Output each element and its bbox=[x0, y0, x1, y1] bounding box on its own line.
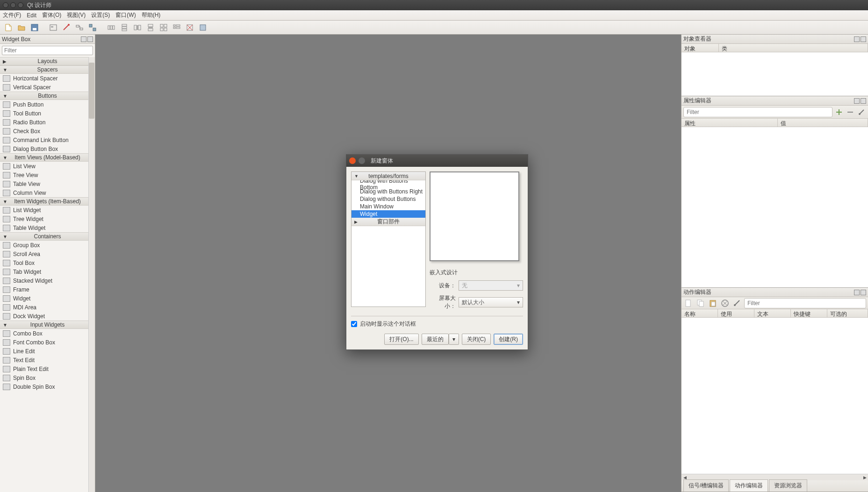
device-combo[interactable]: 无▾ bbox=[459, 280, 523, 291]
widget-item[interactable]: Widget bbox=[0, 294, 95, 303]
adjust-size-button[interactable] bbox=[197, 22, 208, 33]
paste-action-button[interactable] bbox=[708, 298, 718, 308]
widget-item[interactable]: Horizontal Spacer bbox=[0, 74, 95, 83]
menu-edit[interactable]: Edit bbox=[27, 12, 36, 19]
dialog-minimize-icon[interactable] bbox=[359, 157, 365, 164]
col-object[interactable]: 对象 bbox=[681, 44, 719, 52]
layout-hsplitter-button[interactable] bbox=[132, 22, 143, 33]
widget-item[interactable]: Tree View bbox=[0, 171, 95, 179]
tab-action-editor[interactable]: 动作编辑器 bbox=[730, 479, 768, 492]
delete-action-button[interactable] bbox=[720, 298, 730, 308]
widget-item[interactable]: Check Box bbox=[0, 127, 95, 135]
break-layout-button[interactable] bbox=[184, 22, 195, 33]
dock-restore-icon[interactable] bbox=[81, 36, 86, 42]
open-button[interactable]: 打开(O)... bbox=[384, 334, 418, 345]
widget-item[interactable]: Command Link Button bbox=[0, 135, 95, 144]
widget-item[interactable]: List Widget bbox=[0, 206, 95, 214]
widget-item[interactable]: Tab Widget bbox=[0, 267, 95, 276]
col-used[interactable]: 使用 bbox=[718, 309, 754, 317]
maximize-window-icon[interactable] bbox=[18, 2, 23, 8]
widget-item[interactable]: Stacked Widget bbox=[0, 276, 95, 285]
col-class[interactable]: 类 bbox=[719, 44, 868, 52]
dock-close-icon[interactable] bbox=[861, 98, 866, 104]
widget-box-filter-input[interactable] bbox=[2, 46, 93, 55]
remove-property-button[interactable] bbox=[846, 107, 855, 117]
widget-item[interactable]: Scroll Area bbox=[0, 250, 95, 258]
template-item[interactable]: Dialog with Buttons Bottom bbox=[352, 180, 425, 188]
save-file-button[interactable] bbox=[29, 22, 40, 33]
template-item[interactable]: Widget bbox=[352, 210, 425, 218]
widget-item[interactable]: Frame bbox=[0, 285, 95, 294]
new-file-button[interactable] bbox=[3, 22, 14, 33]
layout-vertical-button[interactable] bbox=[119, 22, 130, 33]
widget-item[interactable]: Tool Box bbox=[0, 258, 95, 267]
widget-category[interactable]: ▼Item Views (Model-Based) bbox=[0, 153, 95, 162]
dialog-titlebar[interactable]: 新建窗体 bbox=[346, 155, 528, 167]
widget-item[interactable]: Radio Button bbox=[0, 118, 95, 127]
layout-vsplitter-button[interactable] bbox=[145, 22, 156, 33]
dock-restore-icon[interactable] bbox=[854, 98, 860, 104]
minimize-window-icon[interactable] bbox=[10, 2, 16, 8]
create-button[interactable]: 创建(R) bbox=[494, 334, 523, 345]
dock-close-icon[interactable] bbox=[87, 36, 93, 42]
templates-category[interactable]: ▼templates/forms bbox=[352, 172, 425, 180]
col-value[interactable]: 值 bbox=[778, 119, 868, 127]
widget-category[interactable]: ▼Spacers bbox=[0, 65, 95, 74]
dialog-close-icon[interactable] bbox=[349, 157, 356, 164]
edit-tab-order-button[interactable] bbox=[87, 22, 98, 33]
show-on-start-input[interactable] bbox=[351, 321, 357, 327]
menu-view[interactable]: 视图(V) bbox=[67, 11, 86, 19]
edit-buddies-button[interactable] bbox=[74, 22, 85, 33]
widget-category[interactable]: ▼Item Widgets (Item-Based) bbox=[0, 197, 95, 206]
layout-horizontal-button[interactable] bbox=[106, 22, 117, 33]
widget-category[interactable]: ▼Input Widgets bbox=[0, 321, 95, 329]
open-file-button[interactable] bbox=[16, 22, 27, 33]
recent-button[interactable]: 最近的 bbox=[422, 334, 449, 345]
new-action-button[interactable] bbox=[683, 298, 694, 308]
dock-restore-icon[interactable] bbox=[854, 36, 860, 42]
widget-item[interactable]: Group Box bbox=[0, 241, 95, 250]
widget-item[interactable]: Double Spin Box bbox=[0, 382, 95, 391]
widget-item[interactable]: Dialog Button Box bbox=[0, 144, 95, 153]
show-on-start-checkbox[interactable]: 启动时显示这个对话框 bbox=[351, 320, 523, 328]
recent-dropdown-button[interactable]: ▾ bbox=[449, 334, 459, 345]
edit-widgets-button[interactable] bbox=[48, 22, 59, 33]
widget-item[interactable]: Push Button bbox=[0, 100, 95, 109]
widget-item[interactable]: Text Edit bbox=[0, 356, 95, 364]
template-tree[interactable]: ▼templates/forms Dialog with Buttons Bot… bbox=[351, 171, 426, 307]
template-item[interactable]: Dialog with Buttons Right bbox=[352, 188, 425, 195]
menu-settings[interactable]: 设置(S) bbox=[91, 11, 110, 19]
widget-item[interactable]: Combo Box bbox=[0, 329, 95, 338]
tab-signal-slot[interactable]: 信号/槽编辑器 bbox=[683, 479, 729, 492]
action-editor-body[interactable] bbox=[681, 318, 868, 474]
screen-size-combo[interactable]: 默认大小▾ bbox=[459, 297, 523, 307]
property-editor-body[interactable] bbox=[681, 127, 868, 287]
menu-window[interactable]: 窗口(W) bbox=[115, 11, 136, 19]
widget-item[interactable]: Table View bbox=[0, 179, 95, 188]
widget-box-tree[interactable]: ▶Layouts▼SpacersHorizontal SpacerVertica… bbox=[0, 57, 95, 492]
widget-item[interactable]: Vertical Spacer bbox=[0, 83, 95, 92]
widget-item[interactable]: Spin Box bbox=[0, 373, 95, 382]
menu-file[interactable]: 文件(F) bbox=[3, 11, 21, 19]
tab-resource-browser[interactable]: 资源浏览器 bbox=[769, 479, 807, 492]
widget-item[interactable]: List View bbox=[0, 162, 95, 171]
col-shortcut[interactable]: 快捷键 bbox=[791, 309, 827, 317]
widget-item[interactable]: Tree Widget bbox=[0, 214, 95, 223]
widget-item[interactable]: Font Combo Box bbox=[0, 338, 95, 347]
widget-item[interactable]: Column View bbox=[0, 188, 95, 197]
template-item[interactable]: Main Window bbox=[352, 203, 425, 210]
template-item[interactable]: Dialog without Buttons bbox=[352, 195, 425, 203]
col-text[interactable]: 文本 bbox=[754, 309, 791, 317]
widget-item[interactable]: Table Widget bbox=[0, 223, 95, 232]
dock-restore-icon[interactable] bbox=[854, 290, 860, 295]
property-filter-input[interactable] bbox=[683, 107, 832, 117]
layout-form-button[interactable] bbox=[171, 22, 182, 33]
widgets-category[interactable]: ▶窗口部件 bbox=[352, 218, 425, 226]
dock-close-icon[interactable] bbox=[861, 36, 866, 42]
object-inspector-body[interactable] bbox=[681, 52, 868, 96]
add-property-button[interactable] bbox=[834, 107, 844, 117]
property-config-button[interactable] bbox=[857, 107, 866, 117]
widget-category[interactable]: ▼Containers bbox=[0, 232, 95, 241]
close-window-icon[interactable] bbox=[3, 2, 8, 8]
action-filter-input[interactable] bbox=[744, 298, 866, 308]
